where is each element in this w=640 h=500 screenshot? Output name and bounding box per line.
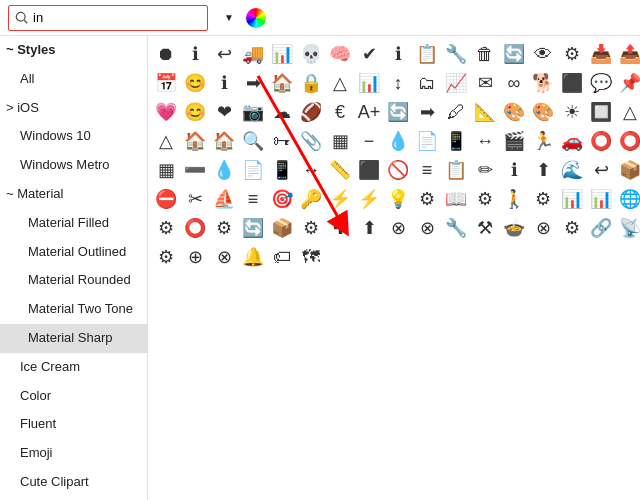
format-selector[interactable]: ▼ [220, 12, 234, 23]
icon-cell[interactable]: 📦 [616, 156, 640, 184]
maximize-button[interactable] [572, 4, 600, 32]
icon-cell[interactable]: ➖ [181, 156, 209, 184]
icon-cell[interactable]: 🗑 [471, 40, 499, 68]
sidebar-item-fluent[interactable]: Fluent [0, 410, 147, 439]
icon-cell[interactable]: 📷 [239, 98, 267, 126]
icon-cell[interactable]: 📊 [268, 40, 296, 68]
icon-cell[interactable]: ⊗ [529, 214, 557, 242]
icon-cell[interactable]: 📌 [616, 69, 640, 97]
icon-cell[interactable]: 🔧 [442, 214, 470, 242]
icon-cell[interactable]: 📦 [268, 214, 296, 242]
icon-cell[interactable]: ⚙ [210, 214, 238, 242]
icon-cell[interactable]: 🍲 [500, 214, 528, 242]
icon-cell[interactable]: 🐕 [529, 69, 557, 97]
icon-cell[interactable]: ℹ [181, 40, 209, 68]
icon-cell[interactable]: ℹ [500, 156, 528, 184]
icon-cell[interactable]: ⬛ [355, 156, 383, 184]
icon-cell[interactable]: ℹ [210, 69, 238, 97]
icon-cell[interactable]: ↩ [587, 156, 615, 184]
sidebar-item-material-sharp[interactable]: Material Sharp [0, 324, 147, 353]
icon-cell[interactable]: ⚙ [297, 214, 325, 242]
icon-cell[interactable]: ⚙ [558, 40, 586, 68]
icon-cell[interactable]: 💬 [587, 69, 615, 97]
sidebar-item-material-header[interactable]: ~ Material [0, 180, 147, 209]
icon-cell[interactable]: 🔧 [442, 40, 470, 68]
icon-cell[interactable]: 📤 [616, 40, 640, 68]
icon-cell[interactable]: ✔ [355, 40, 383, 68]
icon-cell[interactable]: 🎬 [500, 127, 528, 155]
icon-cell[interactable]: ↔ [297, 156, 325, 184]
sidebar-item-ios[interactable]: > iOS [0, 94, 147, 123]
color-picker-button[interactable] [246, 8, 266, 28]
icon-cell[interactable]: 📎 [297, 127, 325, 155]
icon-cell[interactable]: ✉ [471, 69, 499, 97]
icon-cell[interactable]: 📥 [587, 40, 615, 68]
icon-cell[interactable]: A+ [355, 98, 383, 126]
icon-cell[interactable]: 📊 [587, 185, 615, 213]
icon-cell[interactable]: ⊗ [413, 214, 441, 242]
sidebar-item-windows-metro[interactable]: Windows Metro [0, 151, 147, 180]
sidebar-item-material-filled[interactable]: Material Filled [0, 209, 147, 238]
icon-cell[interactable]: 📋 [442, 156, 470, 184]
icon-cell[interactable]: 📄 [413, 127, 441, 155]
icon-cell[interactable]: ⚒ [471, 214, 499, 242]
icon-cell[interactable]: 🔲 [587, 98, 615, 126]
icon-cell[interactable]: 📋 [413, 40, 441, 68]
sidebar-item-emoji[interactable]: Emoji [0, 439, 147, 468]
icon-cell[interactable]: 🏠 [268, 69, 296, 97]
icon-cell[interactable]: 🔒 [297, 69, 325, 97]
icon-cell[interactable]: 🔄 [239, 214, 267, 242]
icon-cell[interactable]: 📡 [616, 214, 640, 242]
icon-cell[interactable]: 🚚 [239, 40, 267, 68]
icon-cell[interactable]: 📐 [471, 98, 499, 126]
icon-cell[interactable]: ☀ [558, 98, 586, 126]
icon-cell[interactable]: ⬛ [558, 69, 586, 97]
icon-cell[interactable]: 💀 [297, 40, 325, 68]
icon-cell[interactable]: 🏈 [297, 98, 325, 126]
icon-cell[interactable]: ⭕ [616, 127, 640, 155]
sidebar-item-material-outlined[interactable]: Material Outlined [0, 238, 147, 267]
sidebar-item-color[interactable]: Color [0, 382, 147, 411]
icon-cell[interactable]: 🗺 [297, 243, 325, 271]
icon-cell[interactable]: 🔑 [297, 185, 325, 213]
icon-cell[interactable]: ⊕ [181, 243, 209, 271]
icon-cell[interactable]: 🔍 [239, 127, 267, 155]
icon-cell[interactable]: ⊗ [384, 214, 412, 242]
icon-cell[interactable]: 🏷 [268, 243, 296, 271]
search-input[interactable] [33, 10, 173, 25]
icon-cell[interactable]: 🔗 [587, 214, 615, 242]
icon-cell[interactable]: ≡ [413, 156, 441, 184]
icon-cell[interactable]: ❤ [210, 98, 238, 126]
icon-cell[interactable]: 🌊 [558, 156, 586, 184]
icon-cell[interactable]: 😊 [181, 69, 209, 97]
icon-cell[interactable]: ≡ [239, 185, 267, 213]
icon-cell[interactable]: 🧠 [326, 40, 354, 68]
icon-cell[interactable]: ⭕ [181, 214, 209, 242]
icon-cell[interactable]: ⚙ [558, 214, 586, 242]
icon-cell[interactable]: 🏃 [529, 127, 557, 155]
icon-cell[interactable]: 🏠 [210, 127, 238, 155]
icon-cell[interactable]: ⚙ [471, 185, 499, 213]
icon-cell[interactable]: 🌐 [616, 185, 640, 213]
icon-cell[interactable]: ➡ [239, 69, 267, 97]
icon-cell[interactable]: 🏠 [181, 127, 209, 155]
icon-cell[interactable]: ⚙ [152, 214, 180, 242]
sidebar-item-cute-clipart[interactable]: Cute Clipart [0, 468, 147, 497]
icon-cell[interactable]: 📱 [442, 127, 470, 155]
icon-cell[interactable]: ⛵ [210, 185, 238, 213]
icon-cell[interactable]: ⏺ [152, 40, 180, 68]
icon-cell[interactable]: ⬆ [355, 214, 383, 242]
icon-cell[interactable]: ⚙ [413, 185, 441, 213]
icon-cell[interactable]: ⚡ [326, 185, 354, 213]
icon-cell[interactable]: 🔄 [500, 40, 528, 68]
icon-cell[interactable]: 😊 [181, 98, 209, 126]
icon-cell[interactable]: ↩ [210, 40, 238, 68]
icon-cell[interactable]: ↔ [471, 127, 499, 155]
icon-cell[interactable]: ▦ [326, 127, 354, 155]
icon-cell[interactable]: 🎨 [500, 98, 528, 126]
icon-cell[interactable]: 🚗 [558, 127, 586, 155]
sidebar-item-material-rounded[interactable]: Material Rounded [0, 266, 147, 295]
icon-cell[interactable]: 📅 [152, 69, 180, 97]
icon-cell[interactable]: ▦ [152, 156, 180, 184]
icon-cell[interactable]: ⊗ [210, 243, 238, 271]
